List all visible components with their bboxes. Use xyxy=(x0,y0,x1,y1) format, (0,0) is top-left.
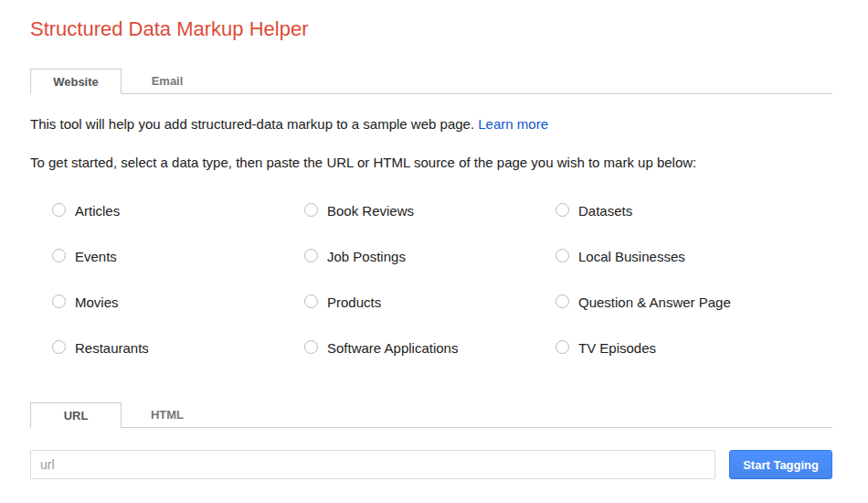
data-type-option-job-postings[interactable]: Job Postings xyxy=(304,249,556,294)
data-type-option-question-answer-page[interactable]: Question & Answer Page xyxy=(556,294,832,340)
tab-email[interactable]: Email xyxy=(122,69,213,93)
data-type-label: Datasets xyxy=(578,203,632,219)
radio-button-icon[interactable] xyxy=(304,340,318,354)
radio-button-icon[interactable] xyxy=(52,294,66,308)
tab-website[interactable]: Website xyxy=(30,69,122,94)
data-type-option-software-applications[interactable]: Software Applications xyxy=(304,340,556,386)
data-type-label: TV Episodes xyxy=(578,340,656,356)
url-input-row: Start Tagging xyxy=(30,450,832,479)
data-type-option-movies[interactable]: Movies xyxy=(52,294,304,340)
website-email-tabbar: WebsiteEmail xyxy=(30,69,832,94)
tab-html[interactable]: HTML xyxy=(122,402,213,427)
radio-button-icon[interactable] xyxy=(52,203,66,217)
data-type-label: Question & Answer Page xyxy=(578,294,731,310)
radio-button-icon[interactable] xyxy=(52,340,66,354)
intro-text: This tool will help you add structured-d… xyxy=(30,117,832,132)
data-type-option-book-reviews[interactable]: Book Reviews xyxy=(304,203,556,249)
radio-button-icon[interactable] xyxy=(304,294,318,308)
data-type-option-restaurants[interactable]: Restaurants xyxy=(52,340,304,386)
learn-more-link[interactable]: Learn more xyxy=(478,116,548,132)
instruction-text: To get started, select a data type, then… xyxy=(30,155,832,170)
data-type-grid: ArticlesBook ReviewsDatasetsEventsJob Po… xyxy=(30,203,832,386)
radio-button-icon[interactable] xyxy=(304,249,318,262)
data-type-option-events[interactable]: Events xyxy=(52,249,304,294)
url-input[interactable] xyxy=(30,450,715,479)
radio-button-icon[interactable] xyxy=(52,249,66,262)
data-type-label: Movies xyxy=(75,294,119,310)
data-type-label: Local Businesses xyxy=(578,249,685,264)
data-type-option-tv-episodes[interactable]: TV Episodes xyxy=(556,340,832,386)
radio-button-icon[interactable] xyxy=(556,249,569,262)
url-html-tabbar: URLHTML xyxy=(30,402,832,428)
radio-button-icon[interactable] xyxy=(304,203,318,217)
data-type-label: Job Postings xyxy=(327,249,406,264)
main-content: Structured Data Markup Helper WebsiteEma… xyxy=(30,0,832,479)
data-type-label: Book Reviews xyxy=(327,203,414,219)
data-type-label: Products xyxy=(327,294,381,310)
intro-text-body: This tool will help you add structured-d… xyxy=(30,116,478,132)
radio-button-icon[interactable] xyxy=(556,203,569,217)
page-title: Structured Data Markup Helper xyxy=(30,0,832,40)
data-type-option-articles[interactable]: Articles xyxy=(52,203,304,249)
data-type-label: Events xyxy=(75,249,117,264)
data-type-option-datasets[interactable]: Datasets xyxy=(556,203,832,249)
data-type-label: Restaurants xyxy=(75,340,149,356)
data-type-label: Software Applications xyxy=(327,340,458,356)
radio-button-icon[interactable] xyxy=(556,340,569,354)
data-type-option-products[interactable]: Products xyxy=(304,294,556,340)
data-type-option-local-businesses[interactable]: Local Businesses xyxy=(556,249,832,294)
radio-button-icon[interactable] xyxy=(556,294,569,308)
tab-url[interactable]: URL xyxy=(30,402,122,428)
data-type-label: Articles xyxy=(75,203,120,219)
start-tagging-button[interactable]: Start Tagging xyxy=(729,450,832,479)
